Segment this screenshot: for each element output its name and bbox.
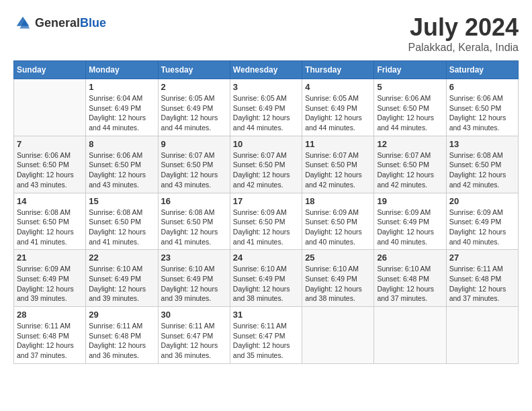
table-row: 24 Sunrise: 6:10 AM Sunset: 6:49 PM Dayl… xyxy=(230,250,302,307)
sunset-text: Sunset: 6:48 PM xyxy=(89,332,141,340)
sunset-text: Sunset: 6:50 PM xyxy=(449,104,502,112)
calendar-week-5: 28 Sunrise: 6:11 AM Sunset: 6:48 PM Dayl… xyxy=(14,307,519,364)
sunset-text: Sunset: 6:49 PM xyxy=(161,104,214,112)
day-number: 25 xyxy=(305,253,371,263)
sunset-text: Sunset: 6:47 PM xyxy=(233,332,285,340)
sunrise-text: Sunrise: 6:11 AM xyxy=(161,322,215,330)
logo-icon xyxy=(13,13,32,32)
daylight-text: Daylight: 12 hours and 42 minutes. xyxy=(305,171,362,189)
table-row: 11 Sunrise: 6:07 AM Sunset: 6:50 PM Dayl… xyxy=(302,136,374,193)
table-row: 16 Sunrise: 6:08 AM Sunset: 6:50 PM Dayl… xyxy=(158,193,230,250)
logo-text: GeneralBlue xyxy=(35,16,106,30)
table-row: 13 Sunrise: 6:08 AM Sunset: 6:50 PM Dayl… xyxy=(446,136,518,193)
table-row: 4 Sunrise: 6:05 AM Sunset: 6:49 PM Dayli… xyxy=(302,79,374,136)
day-info: Sunrise: 6:08 AM Sunset: 6:50 PM Dayligh… xyxy=(161,208,227,247)
daylight-text: Daylight: 12 hours and 40 minutes. xyxy=(305,228,362,246)
col-wednesday: Wednesday xyxy=(230,61,302,79)
day-number: 15 xyxy=(89,196,154,206)
day-number: 26 xyxy=(377,253,443,263)
sunrise-text: Sunrise: 6:04 AM xyxy=(89,94,142,102)
sunset-text: Sunset: 6:49 PM xyxy=(161,275,214,283)
sunrise-text: Sunrise: 6:06 AM xyxy=(89,151,142,159)
sunrise-text: Sunrise: 6:09 AM xyxy=(377,208,431,216)
sunrise-text: Sunrise: 6:06 AM xyxy=(17,151,71,159)
day-info: Sunrise: 6:09 AM Sunset: 6:49 PM Dayligh… xyxy=(377,208,443,247)
table-row: 27 Sunrise: 6:11 AM Sunset: 6:48 PM Dayl… xyxy=(446,250,518,307)
day-number: 29 xyxy=(89,310,154,320)
sunrise-text: Sunrise: 6:06 AM xyxy=(449,94,503,102)
day-info: Sunrise: 6:11 AM Sunset: 6:48 PM Dayligh… xyxy=(17,321,83,361)
table-row: 28 Sunrise: 6:11 AM Sunset: 6:48 PM Dayl… xyxy=(14,307,86,364)
day-number: 10 xyxy=(233,139,299,149)
table-row xyxy=(374,307,446,364)
col-saturday: Saturday xyxy=(446,61,518,79)
day-info: Sunrise: 6:10 AM Sunset: 6:49 PM Dayligh… xyxy=(89,264,154,304)
daylight-text: Daylight: 12 hours and 41 minutes. xyxy=(89,228,146,246)
table-row: 14 Sunrise: 6:08 AM Sunset: 6:50 PM Dayl… xyxy=(14,193,86,250)
day-info: Sunrise: 6:05 AM Sunset: 6:49 PM Dayligh… xyxy=(305,93,371,133)
day-number: 19 xyxy=(377,196,443,206)
daylight-text: Daylight: 12 hours and 41 minutes. xyxy=(17,228,74,246)
col-monday: Monday xyxy=(86,61,158,79)
calendar-week-1: 1 Sunrise: 6:04 AM Sunset: 6:49 PM Dayli… xyxy=(14,79,519,136)
daylight-text: Daylight: 12 hours and 38 minutes. xyxy=(305,285,362,303)
calendar-table: Sunday Monday Tuesday Wednesday Thursday… xyxy=(13,60,519,364)
sunset-text: Sunset: 6:50 PM xyxy=(305,218,357,226)
day-number: 2 xyxy=(161,82,227,92)
sunrise-text: Sunrise: 6:10 AM xyxy=(305,265,359,273)
sunrise-text: Sunrise: 6:10 AM xyxy=(161,265,215,273)
sunset-text: Sunset: 6:50 PM xyxy=(377,161,429,169)
table-row: 6 Sunrise: 6:06 AM Sunset: 6:50 PM Dayli… xyxy=(446,79,518,136)
day-number: 11 xyxy=(305,139,371,149)
daylight-text: Daylight: 12 hours and 37 minutes. xyxy=(449,285,506,303)
day-info: Sunrise: 6:06 AM Sunset: 6:50 PM Dayligh… xyxy=(89,150,154,190)
day-number: 5 xyxy=(377,82,443,92)
sunrise-text: Sunrise: 6:10 AM xyxy=(89,265,142,273)
col-friday: Friday xyxy=(374,61,446,79)
day-info: Sunrise: 6:06 AM Sunset: 6:50 PM Dayligh… xyxy=(377,93,443,133)
table-row: 25 Sunrise: 6:10 AM Sunset: 6:49 PM Dayl… xyxy=(302,250,374,307)
day-info: Sunrise: 6:05 AM Sunset: 6:49 PM Dayligh… xyxy=(161,93,227,133)
daylight-text: Daylight: 12 hours and 41 minutes. xyxy=(233,228,290,246)
day-info: Sunrise: 6:07 AM Sunset: 6:50 PM Dayligh… xyxy=(161,150,227,190)
table-row: 19 Sunrise: 6:09 AM Sunset: 6:49 PM Dayl… xyxy=(374,193,446,250)
daylight-text: Daylight: 12 hours and 39 minutes. xyxy=(17,285,74,303)
sunset-text: Sunset: 6:47 PM xyxy=(161,332,214,340)
day-info: Sunrise: 6:09 AM Sunset: 6:50 PM Dayligh… xyxy=(305,208,371,247)
day-info: Sunrise: 6:11 AM Sunset: 6:48 PM Dayligh… xyxy=(89,321,154,361)
day-number: 27 xyxy=(449,253,515,263)
calendar-week-3: 14 Sunrise: 6:08 AM Sunset: 6:50 PM Dayl… xyxy=(14,193,519,250)
sunset-text: Sunset: 6:50 PM xyxy=(377,104,429,112)
sunrise-text: Sunrise: 6:11 AM xyxy=(17,322,71,330)
day-number: 1 xyxy=(89,82,154,92)
day-info: Sunrise: 6:10 AM Sunset: 6:49 PM Dayligh… xyxy=(161,264,227,304)
day-number: 31 xyxy=(233,310,299,320)
sunset-text: Sunset: 6:50 PM xyxy=(449,161,502,169)
table-row: 17 Sunrise: 6:09 AM Sunset: 6:50 PM Dayl… xyxy=(230,193,302,250)
sunrise-text: Sunrise: 6:08 AM xyxy=(89,208,142,216)
sunrise-text: Sunrise: 6:11 AM xyxy=(233,322,287,330)
table-row: 26 Sunrise: 6:10 AM Sunset: 6:48 PM Dayl… xyxy=(374,250,446,307)
day-number: 18 xyxy=(305,196,371,206)
day-info: Sunrise: 6:10 AM Sunset: 6:49 PM Dayligh… xyxy=(233,264,299,304)
col-tuesday: Tuesday xyxy=(158,61,230,79)
daylight-text: Daylight: 12 hours and 43 minutes. xyxy=(89,171,146,189)
table-row: 10 Sunrise: 6:07 AM Sunset: 6:50 PM Dayl… xyxy=(230,136,302,193)
daylight-text: Daylight: 12 hours and 43 minutes. xyxy=(17,171,74,189)
col-thursday: Thursday xyxy=(302,61,374,79)
calendar-week-2: 7 Sunrise: 6:06 AM Sunset: 6:50 PM Dayli… xyxy=(14,136,519,193)
daylight-text: Daylight: 12 hours and 36 minutes. xyxy=(161,341,218,359)
sunrise-text: Sunrise: 6:10 AM xyxy=(377,265,431,273)
table-row xyxy=(14,79,86,136)
daylight-text: Daylight: 12 hours and 40 minutes. xyxy=(377,228,434,246)
calendar-week-4: 21 Sunrise: 6:09 AM Sunset: 6:49 PM Dayl… xyxy=(14,250,519,307)
sunset-text: Sunset: 6:49 PM xyxy=(17,275,69,283)
sunrise-text: Sunrise: 6:11 AM xyxy=(449,265,503,273)
sunset-text: Sunset: 6:49 PM xyxy=(233,104,285,112)
day-number: 4 xyxy=(305,82,371,92)
daylight-text: Daylight: 12 hours and 39 minutes. xyxy=(89,285,146,303)
sunset-text: Sunset: 6:49 PM xyxy=(233,275,285,283)
table-row: 12 Sunrise: 6:07 AM Sunset: 6:50 PM Dayl… xyxy=(374,136,446,193)
sunset-text: Sunset: 6:48 PM xyxy=(449,275,502,283)
logo: GeneralBlue xyxy=(13,13,106,32)
